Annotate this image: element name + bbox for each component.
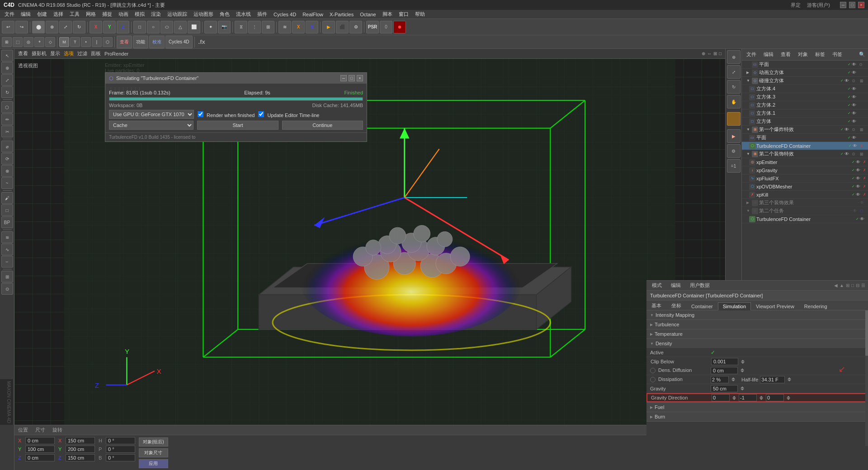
model-mode-btn[interactable]: M	[59, 37, 69, 47]
tree-eye-xpgravity[interactable]: 👁	[856, 168, 862, 173]
rot-p-input[interactable]	[106, 446, 135, 453]
tree-item-cube3[interactable]: □ 立方体.3 ✓ 👁	[742, 93, 868, 101]
obj-x-btn[interactable]: X	[90, 21, 102, 33]
tree-expand-task2[interactable]: ▼	[746, 209, 751, 213]
props-tab-viewport[interactable]: Viewport Preview	[751, 302, 799, 310]
vpc-zoom-btn[interactable]: ⤢	[727, 65, 741, 79]
tree-eye-anim[interactable]: 👁	[852, 70, 858, 75]
size-x-input[interactable]	[66, 437, 95, 444]
cycles-btn[interactable]: 校准	[149, 36, 165, 48]
tree-eye-cube1[interactable]: 👁	[852, 111, 858, 116]
sim-continue-btn[interactable]: Continue	[282, 121, 363, 130]
tree-item-cube1[interactable]: □ 立方体.1 ✓ 👁	[742, 109, 868, 118]
lt-knife[interactable]: ✂	[1, 126, 13, 137]
props-mode-tab[interactable]: 模式	[649, 281, 665, 290]
rot-h-input[interactable]	[106, 437, 135, 444]
menu-xparticles[interactable]: X-Particles	[327, 11, 356, 18]
prop-input-gravity[interactable]	[711, 385, 738, 392]
menu-help[interactable]: 帮助	[412, 10, 428, 18]
menu-mesh[interactable]: 网格	[83, 10, 99, 18]
sim-minimize-btn[interactable]: ─	[340, 75, 347, 81]
lt-move-btn[interactable]: ⊕	[1, 62, 13, 74]
sim-dialog-controls[interactable]: ─ □ ×	[340, 75, 363, 81]
minimize-button[interactable]: ─	[840, 2, 846, 8]
vp-icon4[interactable]: □	[719, 51, 722, 56]
xp-btn[interactable]: X	[292, 21, 305, 33]
diffusion-radio[interactable]	[650, 368, 656, 373]
render-preview-btn[interactable]: ▶	[322, 21, 335, 33]
sim-close-btn[interactable]: ×	[357, 75, 363, 81]
edge-mode-btn[interactable]: |	[92, 37, 102, 47]
tree-item-tfd2[interactable]: ⬡ TurbulenceFD Container ✓ 👁	[742, 215, 868, 223]
menu-select[interactable]: 选择	[51, 10, 66, 18]
vp-tab-panel[interactable]: 面板	[91, 50, 101, 57]
sim-update-checkbox[interactable]	[258, 111, 264, 117]
prop-spinner-clip-below[interactable]	[740, 359, 745, 364]
sim-maximize-btn[interactable]: □	[349, 75, 355, 81]
vpc-orbit-btn[interactable]: ↻	[727, 80, 741, 94]
lt-poly-pen[interactable]: ✏	[1, 113, 13, 125]
hair-btn[interactable]: ≋	[278, 21, 291, 33]
tree-expand-fx1[interactable]: ▼	[746, 127, 751, 132]
section-turbulence-header[interactable]: ▶ Turbulence	[646, 320, 868, 329]
sim-render-checkbox[interactable]	[198, 111, 203, 117]
vp-icon1[interactable]: ⊕	[702, 51, 705, 56]
lt-hair-tool[interactable]: ≋	[1, 231, 13, 243]
vpc-nav-btn[interactable]: =1	[727, 159, 741, 173]
tree-item-tfd1[interactable]: ⬡ TurbulenceFD Container ✓ 👁 ✗	[742, 142, 868, 150]
vp-tab-select[interactable]: 选项	[64, 50, 74, 57]
point-mode-btn[interactable]: •	[81, 37, 91, 47]
tree-eye-plane1[interactable]: 👁	[852, 62, 858, 67]
move-button[interactable]: ⊕	[46, 21, 58, 33]
tree-expand-fx3[interactable]: ▶	[746, 201, 751, 205]
lt-grid-btn[interactable]: ⊞	[1, 271, 13, 282]
scale-button[interactable]: ⤢	[59, 21, 72, 33]
world-tab-btn[interactable]: 对象尺寸	[139, 448, 168, 457]
tree-eye-tfd2[interactable]: 👁	[860, 216, 866, 221]
prop-spinner-gravity[interactable]	[740, 386, 745, 391]
lt-scale-btn[interactable]: ⤢	[1, 74, 13, 86]
menu-character[interactable]: 角色	[217, 10, 232, 18]
prop-input-grav-z[interactable]	[766, 394, 784, 401]
lt-nurbs[interactable]: ⌣	[1, 256, 13, 268]
prop-input-halflife[interactable]	[760, 376, 785, 383]
rp-object-tab[interactable]: 对象	[796, 50, 810, 59]
menu-snap[interactable]: 捕捉	[99, 10, 115, 18]
prop-input-clip-below[interactable]	[711, 358, 738, 365]
tree-eye-fx1[interactable]: 👁	[844, 127, 851, 132]
tree-eye-xpfluid[interactable]: 👁	[856, 176, 862, 181]
prop-spinner-grav-y[interactable]	[759, 395, 764, 400]
props-icons-3[interactable]: ⊟	[856, 283, 859, 288]
mograph-btn[interactable]: ⋮	[248, 21, 261, 33]
select-poly-btn[interactable]: ◇	[45, 37, 55, 47]
tree-eye-fx3[interactable]: 👁	[860, 200, 866, 205]
sim-gpu-select[interactable]: Use GPU 0: GeForce GTX 1070	[109, 110, 194, 119]
prop-input-dissipation[interactable]	[711, 376, 729, 383]
menu-plugins[interactable]: 插件	[255, 10, 270, 18]
lt-live-select[interactable]: ⬡	[1, 101, 13, 113]
prop-spinner-halflife[interactable]	[787, 377, 792, 382]
tree-item-cube0[interactable]: □ 立方体 ✓ 👁	[742, 118, 868, 126]
prop-spinner-dissipation[interactable]	[731, 377, 736, 382]
lt-rotate-btn[interactable]: ↻	[1, 86, 13, 98]
props-tab-coords[interactable]: 坐标	[666, 301, 686, 310]
tree-item-xpfluid[interactable]: ∿ xpFluidFX ✓ 👁 ✗	[742, 174, 868, 183]
props-icons-4[interactable]: ☰	[861, 283, 865, 288]
tree-item-xpgravity[interactable]: ↓ xpGravity ✓ 👁 ✗	[742, 166, 868, 174]
tree-item-fx1[interactable]: ▼ ⊞ 第一个爆炸特效 ✓ 👁 ⚙ ⊞	[742, 126, 868, 134]
props-user-tab[interactable]: 用户数据	[687, 281, 712, 290]
vp-icon2[interactable]: ↔	[707, 51, 712, 56]
vpc-render-view-btn[interactable]: ▶	[727, 129, 741, 143]
tree-eye-cube2[interactable]: 👁	[852, 103, 858, 108]
rot-b-input[interactable]	[106, 454, 135, 461]
psr-btn[interactable]: PSR	[366, 21, 379, 33]
menu-window[interactable]: 窗口	[396, 10, 411, 18]
cone-btn[interactable]: △	[174, 21, 187, 33]
light-btn[interactable]: ✦	[204, 21, 217, 33]
lt-magnet[interactable]: ⌀	[1, 141, 13, 152]
select-circle-btn[interactable]: ◎	[24, 37, 33, 47]
tree-item-coll-cube[interactable]: ▼ ◇ 碰撞立方体 ✓ 👁 ⚙ ⊞	[742, 77, 868, 85]
rp-bookmark-tab[interactable]: 书签	[830, 50, 844, 59]
tree-item-fx2[interactable]: ▼ ⊞ 第二个装饰特效 ✓ 👁 ⚙ ⊞	[742, 150, 868, 158]
section-intensity-header[interactable]: ▼ Intensity Mapping	[646, 310, 868, 320]
